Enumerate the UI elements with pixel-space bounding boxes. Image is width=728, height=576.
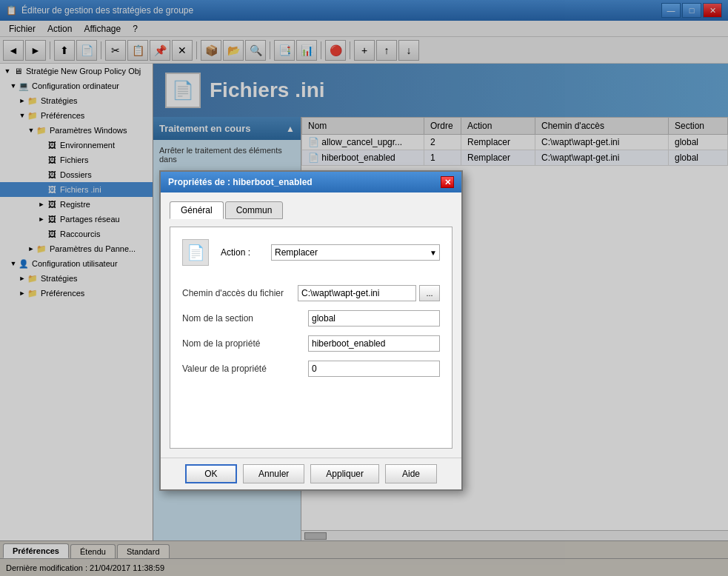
action-label: Action : [221,247,265,258]
modal-close-button[interactable]: ✕ [441,176,454,188]
help-button[interactable]: Aide [385,464,437,483]
action-row: 📄 Action : Remplacer Créer Supprimer Met… [182,239,440,275]
field-label: Nom de la section [182,313,308,324]
modal-tabs: Général Commun [170,201,453,219]
field-label: Nom de la propriété [182,338,308,349]
modal-body: Général Commun 📄 Action : Remplacer Crée… [161,192,461,458]
action-icon: 📄 [182,239,209,266]
modal-tab-content: 📄 Action : Remplacer Créer Supprimer Met… [170,227,453,449]
action-select-wrapper: Remplacer Créer Supprimer Mettre à jour … [271,244,440,261]
text-input[interactable] [308,310,440,326]
modal-title: Propriétés de : hiberboot_enabled [168,177,313,187]
file-input-group: ... [298,285,440,301]
action-select[interactable]: Remplacer Créer Supprimer Mettre à jour [271,244,440,261]
modal-title-bar: Propriétés de : hiberboot_enabled ✕ [161,172,461,192]
form-field-row: Valeur de la propriété [182,361,440,377]
form-field-row: Nom de la propriété [182,335,440,352]
file-path-input[interactable] [298,285,416,301]
modal-fields: Chemin d'accès du fichier ... Nom de la … [182,285,440,377]
cancel-button[interactable]: Annuler [243,464,304,483]
apply-button[interactable]: Appliquer [310,464,379,483]
text-input[interactable] [308,335,440,352]
text-input[interactable] [308,361,440,377]
modal-tab-commun[interactable]: Commun [225,201,284,219]
form-field-row: Nom de la section [182,310,440,326]
browse-button[interactable]: ... [419,285,440,301]
field-label: Valeur de la propriété [182,364,308,374]
modal-footer: OK Annuler Appliquer Aide [161,458,461,489]
field-label: Chemin d'accès du fichier [182,288,298,298]
modal-tab-general[interactable]: Général [170,201,224,219]
modal-overlay: Propriétés de : hiberboot_enabled ✕ Géné… [0,0,728,576]
modal-dialog: Propriétés de : hiberboot_enabled ✕ Géné… [159,170,463,491]
ok-button[interactable]: OK [185,464,237,483]
form-field-row: Chemin d'accès du fichier ... [182,285,440,301]
